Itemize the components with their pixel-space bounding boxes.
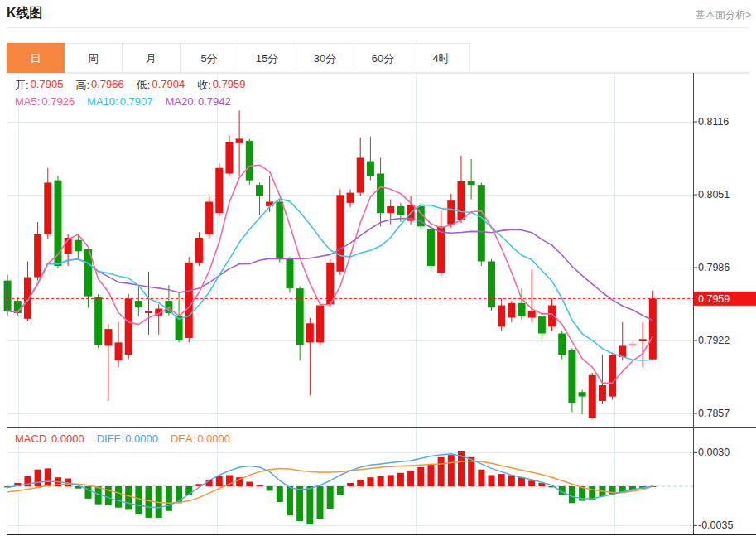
candle-body — [528, 311, 536, 317]
candle-body — [609, 355, 616, 396]
candle-body — [498, 306, 505, 327]
candle-body — [397, 206, 404, 215]
macd-bar — [448, 455, 455, 486]
candle-body — [75, 240, 82, 252]
candle-body — [649, 298, 657, 359]
candle-body — [628, 344, 636, 346]
macd-bar — [296, 486, 303, 521]
legend-macd-item: MACD:0.0000 — [15, 432, 84, 445]
candle-body — [336, 195, 344, 271]
legend-ohlc-item: 高:0.7966 — [75, 78, 123, 93]
macd-bar — [378, 476, 384, 486]
legend-ohlc-item: 开:0.7905 — [15, 78, 63, 93]
candle-body — [205, 201, 213, 234]
legend-label: MA20: — [165, 95, 196, 108]
macd-bar — [317, 486, 324, 519]
macd-bar — [125, 486, 132, 509]
legend-ohlc-item: 收:0.7959 — [197, 78, 245, 93]
macd-bar — [287, 486, 293, 515]
macd-bar — [216, 476, 223, 486]
candle-body — [568, 350, 575, 403]
legend-ma-item: MA5:0.7926 — [15, 95, 75, 108]
legend-label: DIFF: — [97, 432, 124, 445]
legend-label: 低: — [137, 78, 151, 93]
candle-body — [135, 301, 142, 307]
legend-value: 0.0000 — [125, 432, 158, 445]
candle-body — [387, 206, 394, 213]
legend-label: 高: — [75, 78, 89, 93]
macd-bar — [397, 473, 404, 486]
candle-body — [488, 262, 495, 308]
candle-body — [215, 168, 223, 213]
candle-body — [427, 229, 435, 266]
macd-bar — [337, 486, 344, 495]
legend-label: 开: — [15, 78, 29, 93]
candle-body — [437, 226, 445, 273]
candle-body — [508, 303, 515, 318]
legend-macd-item: DEA:0.0000 — [171, 432, 230, 445]
macd-bar — [166, 486, 172, 511]
candle-body — [94, 297, 102, 345]
legend-label: 收: — [197, 78, 211, 93]
y-axis-label: 0.7986 — [698, 262, 730, 273]
candle-body — [558, 334, 566, 355]
candle-body — [326, 263, 334, 304]
y-axis-label: 0.7922 — [698, 335, 730, 346]
candle-body — [236, 138, 243, 142]
candle-body — [276, 201, 283, 258]
macd-bar — [45, 468, 51, 486]
macd-bar — [508, 475, 515, 486]
y-axis-label: 0.8051 — [698, 189, 730, 200]
ma-legend: MA5:0.7926MA10:0.7907MA20:0.7942 — [15, 95, 231, 108]
macd-bar — [256, 485, 262, 486]
kline-chart-widget: K线图 基本面分析> 日周月5分15分30分60分4时 0.81160.8051… — [0, 0, 756, 536]
macd-bar — [388, 475, 394, 486]
macd-bar — [498, 474, 505, 486]
legend-value: 0.7942 — [198, 95, 231, 108]
candle-body — [468, 181, 475, 185]
y-axis-label: 0.7857 — [698, 408, 730, 419]
macd-bar — [306, 486, 313, 524]
ohlc-legend: 开:0.7905高:0.7966低:0.7904收:0.7959 — [15, 78, 246, 93]
legend-value: 0.0000 — [51, 432, 84, 445]
candle-body — [185, 263, 193, 338]
macd-bar — [115, 486, 122, 508]
candle-body — [54, 181, 61, 266]
legend-ohlc-item: 低:0.7904 — [137, 78, 185, 93]
legend-value: 0.7926 — [41, 95, 75, 108]
macd-bar — [246, 482, 253, 486]
candle-body — [4, 281, 12, 311]
candle-body — [104, 329, 112, 345]
macd-bar — [146, 486, 152, 518]
candle-body — [246, 141, 253, 181]
macd-bar — [478, 470, 484, 486]
macd-axis-label: -0.0035 — [698, 519, 733, 531]
legend-value: 0.7907 — [120, 95, 153, 108]
macd-bar — [267, 486, 273, 490]
candle-body — [165, 301, 172, 313]
candle-body — [589, 375, 596, 418]
candle-body — [538, 316, 546, 333]
candle-body — [316, 306, 324, 343]
candle-body — [639, 339, 647, 341]
macd-bar — [518, 477, 525, 486]
macd-legend: MACD:0.0000DIFF:0.0000DEA:0.0000 — [15, 432, 230, 445]
legend-value: 0.7966 — [91, 78, 124, 93]
y-axis-label: 0.8116 — [698, 116, 729, 128]
macd-bar — [357, 480, 364, 486]
candle-body — [115, 342, 123, 360]
macd-bar — [488, 475, 494, 486]
legend-value: 0.7905 — [31, 78, 64, 93]
candle-body — [286, 259, 293, 288]
macd-bar — [427, 464, 434, 486]
legend-value: 0.7959 — [213, 78, 246, 93]
candle-body — [457, 181, 465, 220]
legend-value: 0.7904 — [152, 78, 185, 93]
macd-bar — [367, 477, 373, 486]
candle-body — [24, 278, 31, 319]
macd-bar — [528, 480, 535, 486]
macd-axis-label: 0.0030 — [698, 447, 730, 458]
legend-ma-item: MA10:0.7907 — [87, 95, 152, 108]
candle-body — [195, 238, 203, 263]
legend-value: 0.0000 — [197, 432, 230, 445]
